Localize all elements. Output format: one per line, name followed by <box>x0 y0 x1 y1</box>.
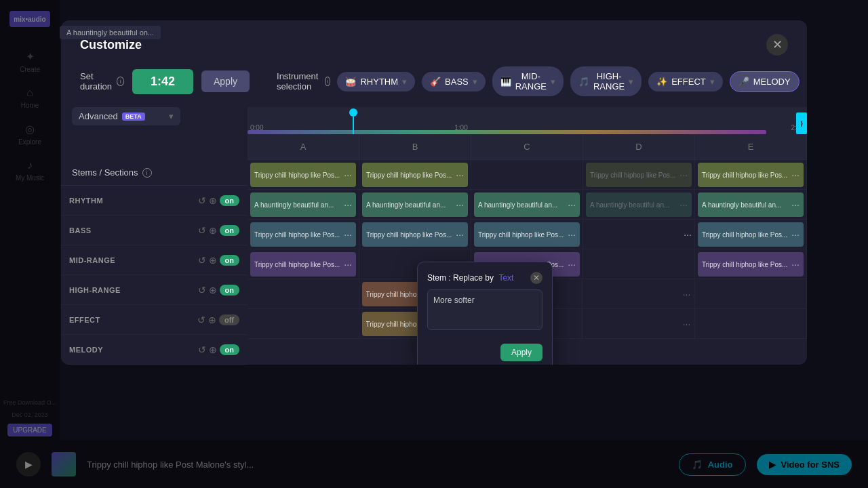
highrange-clip-c-dots[interactable]: ··· <box>565 259 576 270</box>
bass-clip-a-dots[interactable]: ··· <box>341 199 352 210</box>
effect-instrument-button[interactable]: ✨ EFFECT ▾ <box>648 72 723 92</box>
rhythm-toggle[interactable]: on <box>220 195 239 206</box>
rhythm-clip-b[interactable]: Trippy chill hiphop like Pos... ··· <box>362 163 468 187</box>
rhythm-clip-d[interactable]: Trippy chill hiphop like Pos... ··· <box>586 163 692 187</box>
rhythm-refresh-icon[interactable]: ↺ <box>198 195 206 206</box>
highrange-clip-a[interactable]: Trippy chill hiphop like Pos... ··· <box>250 252 356 277</box>
bass-clip-e[interactable]: A hauntingly beautiful an... ··· <box>698 192 804 217</box>
effect-toggle[interactable]: off <box>219 314 239 325</box>
midrange-clip-e-dots[interactable]: ··· <box>789 229 800 240</box>
effect-controls: ↺ ⊕ off <box>197 314 239 325</box>
rhythm-chevron-icon: ▾ <box>402 77 407 87</box>
highrange-clip-e[interactable]: Trippy chill hiphop like Pos... ··· <box>698 252 804 277</box>
bass-controls: ↺ ⊕ on <box>198 225 239 236</box>
highrange-toggle[interactable]: on <box>220 285 239 296</box>
effect-cell-d-dots[interactable]: ··· <box>683 289 691 300</box>
rhythm-label: RHYTHM <box>69 197 123 205</box>
rhythm-instrument-button[interactable]: 🥁 RHYTHM ▾ <box>337 72 415 92</box>
midrange-clip-c-dots[interactable]: ··· <box>565 229 576 240</box>
playhead[interactable] <box>349 107 357 134</box>
advanced-bar: Advanced BETA ▾ <box>61 107 248 125</box>
rhythm-clip-a-dots[interactable]: ··· <box>341 169 352 180</box>
melody-cell-d-dots[interactable]: ··· <box>683 319 691 329</box>
effect-add-icon[interactable]: ⊕ <box>208 314 216 325</box>
highrange-clip-e-dots[interactable]: ··· <box>789 259 800 270</box>
melody-icon: 🎤 <box>738 77 749 87</box>
bass-chevron-icon: ▾ <box>473 77 477 87</box>
rhythm-cell-e: Trippy chill hiphop like Pos... ··· <box>695 160 807 189</box>
melody-controls: ↺ ⊕ on <box>198 344 239 355</box>
bass-clip-d-dots[interactable]: ··· <box>677 199 688 210</box>
midrange-refresh-icon[interactable]: ↺ <box>198 255 206 266</box>
midrange-toggle[interactable]: on <box>220 255 239 266</box>
rhythm-clip-e-dots[interactable]: ··· <box>789 169 800 180</box>
rhythm-clip-e[interactable]: Trippy chill hiphop like Pos... ··· <box>698 163 804 187</box>
section-c-header: C <box>471 134 583 159</box>
midrange-cell-a: Trippy chill hiphop like Pos... ··· <box>248 220 359 249</box>
loop-marker[interactable]: ⟩ <box>796 113 807 134</box>
midrange-clip-a-dots[interactable]: ··· <box>341 229 352 240</box>
bass-label: BASS <box>69 226 123 235</box>
bass-dot: 🎸 <box>430 77 441 87</box>
stems-sidebar-header: Advanced BETA ▾ <box>61 107 248 160</box>
midrange-clip-c[interactable]: Trippy chill hiphop like Pos... ··· <box>474 222 580 247</box>
instrument-label: Instrument selection i <box>277 71 330 92</box>
melody-cell-e <box>695 309 807 338</box>
midrange-instrument-button[interactable]: 🎹 MID-RANGE ▾ <box>492 66 564 96</box>
bass-clip-d[interactable]: A hauntingly beautiful an... ··· <box>586 192 692 217</box>
bass-clip-b[interactable]: A hauntingly beautiful an... ··· <box>362 192 468 217</box>
bass-toggle[interactable]: on <box>220 225 239 236</box>
rhythm-cell-d: Trippy chill hiphop like Pos... ··· <box>583 160 695 189</box>
customize-modal: Customize ✕ Set duration i Apply Instrum… <box>61 20 807 365</box>
instrument-info-icon[interactable]: i <box>325 77 331 86</box>
apply-duration-button[interactable]: Apply <box>201 70 250 92</box>
midrange-clip-b-dots[interactable]: ··· <box>453 229 464 240</box>
bass-clip-c[interactable]: A hauntingly beautiful an... ··· <box>474 192 580 217</box>
bass-clip-a[interactable]: A hauntingly beautiful an... ··· <box>250 192 356 217</box>
highrange-label: HIGH-RANGE <box>69 286 123 294</box>
bass-stem-row: BASS ↺ ⊕ on <box>61 216 248 245</box>
stems-info-icon[interactable]: i <box>142 168 152 178</box>
midrange-stem-row: MID-RANGE ↺ ⊕ on <box>61 245 248 275</box>
midrange-clip-d-dots[interactable]: ··· <box>681 229 692 240</box>
rhythm-clip-a[interactable]: Trippy chill hiphop like Pos... ··· <box>250 163 356 187</box>
rhythm-cell-b: Trippy chill hiphop like Pos... ··· <box>359 160 471 189</box>
rhythm-add-icon[interactable]: ⊕ <box>209 195 217 206</box>
bass-instrument-button[interactable]: 🎸 BASS ▾ <box>422 72 486 92</box>
progress-bar[interactable] <box>248 130 766 134</box>
highrange-refresh-icon[interactable]: ↺ <box>198 285 206 296</box>
bass-refresh-icon[interactable]: ↺ <box>198 225 206 236</box>
close-button[interactable]: ✕ <box>766 34 788 56</box>
bass-clip-e-dots[interactable]: ··· <box>789 199 800 210</box>
bass-clip-b-dots[interactable]: ··· <box>453 199 464 210</box>
modal-overlay: Customize ✕ Set duration i Apply Instrum… <box>0 0 868 488</box>
bass-clip-c-dots[interactable]: ··· <box>565 199 576 210</box>
rhythm-controls: ↺ ⊕ on <box>198 195 239 206</box>
popup-textarea[interactable]: More softer <box>427 289 542 330</box>
bass-cell-b: A hauntingly beautiful an... ··· <box>359 190 471 219</box>
melody-add-icon[interactable]: ⊕ <box>209 344 217 355</box>
advanced-dropdown[interactable]: Advanced BETA ▾ <box>72 107 180 125</box>
effect-refresh-icon[interactable]: ↺ <box>197 314 205 325</box>
rhythm-clip-d-dots[interactable]: ··· <box>677 169 688 180</box>
stems-list: Stems / Sections i RHYTHM ↺ ⊕ on BASS <box>61 160 248 365</box>
duration-input[interactable] <box>132 69 193 94</box>
highrange-clip-a-dots[interactable]: ··· <box>341 259 352 270</box>
midrange-clip-e[interactable]: Trippy chill hiphop like Pos... ··· <box>698 222 804 247</box>
midrange-add-icon[interactable]: ⊕ <box>209 255 217 266</box>
melody-instrument-button[interactable]: 🎤 MELODY <box>730 71 800 92</box>
midrange-clip-a[interactable]: Trippy chill hiphop like Pos... ··· <box>250 222 356 247</box>
rhythm-clip-b-dots[interactable]: ··· <box>453 169 464 180</box>
highrange-add-icon[interactable]: ⊕ <box>209 285 217 296</box>
midrange-clip-b[interactable]: Trippy chill hiphop like Pos... ··· <box>362 222 468 247</box>
melody-toggle[interactable]: on <box>220 344 239 355</box>
controls-row: Set duration i Apply Instrument selectio… <box>61 56 807 107</box>
midrange-label: MID-RANGE <box>69 256 123 264</box>
effect-cell-a <box>248 279 359 308</box>
bass-add-icon[interactable]: ⊕ <box>209 225 217 236</box>
popup-close-button[interactable]: ✕ <box>530 272 542 284</box>
highrange-instrument-button[interactable]: 🎵 HIGH-RANGE ▾ <box>570 66 642 96</box>
popup-apply-button[interactable]: Apply <box>500 344 542 361</box>
melody-refresh-icon[interactable]: ↺ <box>198 344 206 355</box>
duration-info-icon[interactable]: i <box>117 77 124 86</box>
